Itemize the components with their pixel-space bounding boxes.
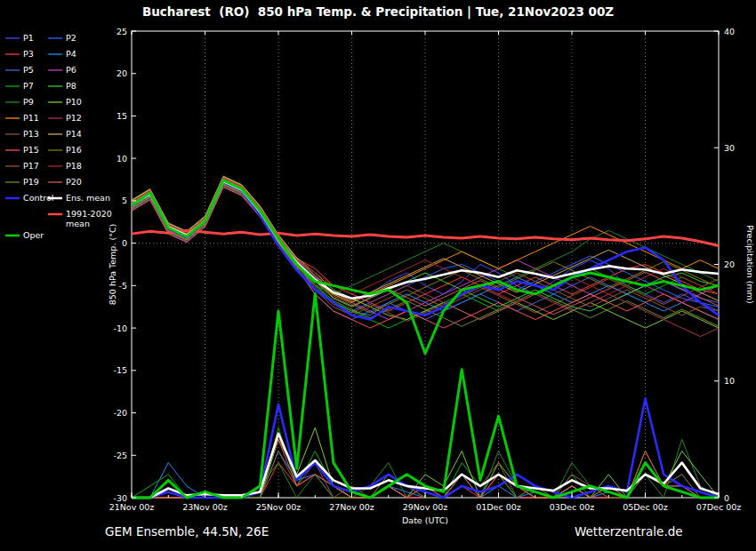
- legend-item-P2: P2: [48, 33, 76, 43]
- legend-label: P17: [23, 161, 39, 171]
- legend-label: P5: [23, 65, 34, 75]
- temp-series-P5: [132, 187, 719, 320]
- legend-label: 1991-2020: [66, 209, 112, 219]
- legend-item-P4: P4: [48, 49, 76, 59]
- model-info-label: GEM Ensemble, 44.5N, 26E: [105, 524, 269, 539]
- right-tick-label: 40: [724, 27, 735, 36]
- legend-label: P7: [23, 81, 34, 91]
- branding-label: Wetterzentrale.de: [575, 524, 683, 539]
- legend-label: P4: [66, 49, 76, 59]
- legend-label: P12: [66, 113, 82, 123]
- legend-item-P11: P11: [5, 113, 39, 123]
- x-tick-label: 03Dec 00z: [550, 502, 595, 512]
- legend-item-P14: P14: [48, 129, 82, 139]
- left-tick-label: 25: [117, 27, 127, 36]
- gridlines: [132, 31, 719, 498]
- legend-label: mean: [66, 219, 90, 228]
- legend-label: Oper: [23, 230, 44, 240]
- legend-label: P13: [23, 129, 39, 139]
- x-tick-label: 21Nov 00z: [109, 502, 155, 512]
- x-tick-label: 05Dec 00z: [623, 502, 668, 512]
- legend-item-Control: Control: [5, 193, 53, 203]
- right-tick-label: 0: [724, 493, 729, 503]
- right-axis-title: Precipitation (mm): [745, 225, 755, 303]
- legend-label: P16: [66, 145, 82, 155]
- left-tick-label: 0: [122, 238, 127, 248]
- temp-series-Control: [132, 182, 719, 320]
- legend-label: P10: [66, 97, 82, 107]
- left-tick-label: -10: [113, 323, 127, 333]
- legend-item-P1: P1: [5, 33, 34, 43]
- legend-label: Ens. mean: [66, 193, 110, 203]
- right-tick-label: 10: [724, 376, 735, 386]
- legend-label: P19: [23, 177, 39, 187]
- legend-item-P16: P16: [48, 145, 82, 155]
- left-tick-label: -5: [119, 281, 127, 291]
- temp-series-P15: [132, 188, 719, 328]
- x-tick-label: 29Nov 00z: [403, 502, 448, 512]
- legend-label: P8: [66, 81, 76, 91]
- left-axis-title: 850 hPa Temp. (°C): [108, 224, 117, 305]
- x-tick-label: 23Nov 00z: [182, 502, 228, 512]
- left-tick-label: -20: [113, 408, 127, 418]
- left-tick-label: -25: [113, 451, 127, 460]
- legend-item-P7: P7: [5, 81, 34, 91]
- legend-item-P15: P15: [5, 145, 39, 155]
- left-tick-label: 10: [117, 154, 127, 164]
- legend-item-P3: P3: [5, 49, 34, 59]
- legend-item-P9: P9: [5, 97, 34, 107]
- legend-label: P2: [66, 33, 76, 43]
- plot-border: [132, 31, 719, 498]
- chart-svg: 2520151050-5-10-15-20-25-3040302010021No…: [0, 0, 756, 551]
- x-axis-title: Date (UTC): [402, 515, 448, 525]
- temp-series-P11: [132, 184, 719, 303]
- legend-label: P20: [66, 177, 82, 187]
- legend-label: P3: [23, 49, 34, 59]
- x-tick-label: 27Nov 00z: [329, 502, 374, 512]
- legend-label: P1: [23, 33, 34, 43]
- x-tick-label: 01Dec 00z: [476, 502, 521, 512]
- legend-item-P18: P18: [48, 161, 82, 171]
- legend-item-P12: P12: [48, 113, 82, 123]
- legend-item-P20: P20: [48, 177, 82, 187]
- x-tick-label: 07Dec 00z: [696, 502, 742, 512]
- legend-item-P5: P5: [5, 65, 34, 75]
- legend-item-1991-2020 mean: 1991-2020mean: [48, 209, 112, 228]
- legend-item-P19: P19: [5, 177, 39, 187]
- left-tick-label: -15: [113, 365, 127, 375]
- legend-label: P14: [66, 129, 82, 139]
- left-tick-label: 20: [117, 68, 127, 78]
- legend-item-Ens. mean: Ens. mean: [48, 193, 110, 203]
- right-tick-label: 20: [724, 260, 735, 269]
- legend-label: P15: [23, 145, 39, 155]
- left-tick-label: -30: [113, 493, 127, 503]
- legend-item-P13: P13: [5, 129, 39, 139]
- legend-item-P10: P10: [48, 97, 82, 107]
- left-tick-label: 5: [122, 196, 127, 205]
- right-tick-label: 30: [724, 143, 735, 153]
- legend: P1P2P3P4P5P6P7P8P9P10P11P12P13P14P15P16P…: [5, 33, 112, 240]
- x-tick-label: 25Nov 00z: [256, 502, 302, 512]
- legend-item-P17: P17: [5, 161, 39, 171]
- legend-label: P11: [23, 113, 39, 123]
- left-tick-label: 15: [117, 111, 127, 121]
- legend-item-P8: P8: [48, 81, 76, 91]
- legend-label: P6: [66, 65, 76, 75]
- legend-item-Oper: Oper: [5, 230, 44, 240]
- precip-series-Oper: [132, 293, 719, 498]
- legend-item-P6: P6: [48, 65, 76, 75]
- legend-label: P18: [66, 161, 82, 171]
- legend-label: P9: [23, 97, 34, 107]
